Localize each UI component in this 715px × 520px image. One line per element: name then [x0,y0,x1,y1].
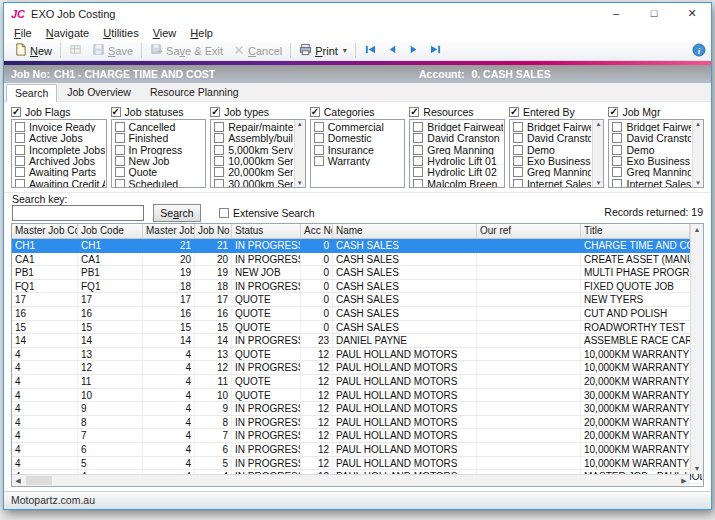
column-header-name[interactable]: Name [333,224,477,238]
scrollbar-thumb[interactable] [26,476,52,485]
item-checkbox[interactable] [115,156,125,166]
list-item[interactable]: Malcolm Breen [413,178,503,188]
scroll-down-icon[interactable]: ▼ [295,180,305,186]
item-checkbox[interactable] [15,145,25,155]
item-checkbox[interactable] [513,167,523,177]
list-item[interactable]: 10,000km Service [214,156,293,166]
item-checkbox[interactable] [513,145,523,155]
item-checkbox[interactable] [15,133,25,143]
minimize-button[interactable]: – [597,3,635,24]
list-item[interactable]: Greg Manning [612,167,691,177]
column-header-title[interactable]: Title [581,224,690,238]
item-checkbox[interactable] [15,156,25,166]
maximize-button[interactable]: □ [635,3,673,24]
item-checkbox[interactable] [612,133,622,143]
scroll-down-icon[interactable]: ▼ [693,180,703,186]
grid-horizontal-scrollbar[interactable]: ◀ ▶ [12,474,690,486]
list-item[interactable]: New Job [115,156,205,166]
list-item[interactable]: Internet Sales [513,178,592,188]
item-checkbox[interactable] [115,179,125,188]
close-button[interactable]: ✕ [673,3,711,24]
item-checkbox[interactable] [115,167,125,177]
table-row[interactable]: 4646IN PROGRESS12PAUL HOLLAND MOTORS10,0… [12,443,703,457]
scroll-down-icon[interactable]: ▼ [593,180,603,186]
list-item[interactable]: David Cranston [612,133,691,143]
filter-entered-by-list[interactable]: Bridget FairweatherDavid CranstonDemoExo… [509,119,605,188]
filter-categories-list[interactable]: CommercialDomesticInsuranceWarranty [310,119,406,188]
table-row[interactable]: 15151515QUOTE0CASH SALESROADWORTHY TEST [12,321,703,335]
filter-categories-checkbox[interactable] [310,107,320,117]
list-item[interactable]: Domestic [314,133,404,143]
item-checkbox[interactable] [314,145,324,155]
item-checkbox[interactable] [513,133,523,143]
table-row[interactable]: 411411QUOTE12PAUL HOLLAND MOTORS20,000KM… [12,375,703,389]
column-header-status[interactable]: Status [232,224,301,238]
filter-entered-by-checkbox[interactable] [509,107,519,117]
item-checkbox[interactable] [413,179,423,188]
list-item[interactable]: Greg Manning [513,167,592,177]
list-item[interactable]: Internet Sales [612,178,691,188]
table-row[interactable]: FQ1FQ11818IN PROGRESS0CASH SALESFIXED QU… [12,280,703,294]
list-item[interactable]: Exo Business Admin [612,156,691,166]
item-checkbox[interactable] [612,179,622,188]
column-header-master-job-no[interactable]: Master Job No [143,224,195,238]
list-item[interactable]: Bridget Fairweather [513,122,592,132]
list-item[interactable]: Cancelled [115,122,205,132]
item-checkbox[interactable] [115,145,125,155]
item-checkbox[interactable] [513,122,523,132]
filter-resources-list[interactable]: Bridget FairweatherDavid CranstonGreg Ma… [409,119,505,188]
tab-search[interactable]: Search [6,84,57,102]
table-row[interactable]: 413413QUOTE12PAUL HOLLAND MOTORS10,000KM… [12,348,703,362]
item-checkbox[interactable] [115,122,125,132]
column-header-acc-no[interactable]: Acc No [301,224,333,238]
list-item[interactable]: Awaiting Credit Approval [15,178,105,188]
list-item[interactable]: Awaiting Parts [15,167,105,177]
list-item[interactable]: Assembly/build [214,133,293,143]
filter-job-types-checkbox[interactable] [210,107,220,117]
filter-job-statuses-checkbox[interactable] [111,107,121,117]
table-row[interactable]: 16161616QUOTE0CASH SALESCUT AND POLISH [12,307,703,321]
list-item[interactable]: Bridget Fairweather [612,122,691,132]
scroll-left-icon[interactable]: ◀ [12,475,24,486]
item-checkbox[interactable] [214,133,224,143]
tab-resource-planning[interactable]: Resource Planning [141,83,248,101]
item-checkbox[interactable] [15,167,25,177]
scroll-up-icon[interactable]: ▲ [693,121,703,127]
column-header-job-code[interactable]: Job Code [78,224,143,238]
nav-next-button[interactable] [403,42,424,60]
item-checkbox[interactable] [15,179,25,188]
table-row[interactable]: CA1CA12020IN PROGRESS0CASH SALESCREATE A… [12,253,703,267]
list-item[interactable]: Invoice Ready [15,122,105,132]
table-row[interactable]: CH1CH12121IN PROGRESS0CASH SALESCHARGE T… [12,239,703,253]
scroll-up-icon[interactable]: ▲ [691,226,703,233]
item-checkbox[interactable] [314,122,324,132]
nav-prev-button[interactable] [382,42,403,60]
filter-resources-checkbox[interactable] [409,107,419,117]
filter-job-mgr-checkbox[interactable] [608,107,618,117]
item-checkbox[interactable] [513,156,523,166]
item-checkbox[interactable] [115,133,125,143]
list-item[interactable]: 5,000km Service [214,145,293,155]
search-button[interactable]: Search [153,204,201,222]
list-item[interactable]: Hydrolic Lift 01 [413,156,503,166]
table-row[interactable]: 17171717QUOTE0CASH SALESNEW TYERS [12,293,703,307]
table-row[interactable]: PB1PB11919NEW JOB0CASH SALESMULTI PHASE … [12,266,703,280]
filter-job-statuses-list[interactable]: CancelledFinishedIn ProgressNew JobQuote… [111,119,207,188]
list-item[interactable]: Greg Manning [413,145,503,155]
list-item[interactable]: In Progress [115,145,205,155]
menu-item-view[interactable]: View [146,27,184,39]
list-item[interactable]: Quote [115,167,205,177]
list-scrollbar[interactable]: ▲▼ [692,120,703,187]
list-item[interactable]: Finished [115,133,205,143]
item-checkbox[interactable] [214,179,224,188]
column-header-master-job-code[interactable]: Master Job Code [12,224,78,238]
list-item[interactable]: 30,000km Service [214,178,293,188]
filter-job-types-list[interactable]: Repair/maintenanceAssembly/build5,000km … [210,119,306,188]
scroll-right-icon[interactable]: ▶ [678,475,690,486]
extensive-search-checkbox[interactable] [219,208,229,218]
table-row[interactable]: 410410QUOTE12PAUL HOLLAND MOTORS30,000KM… [12,389,703,403]
item-checkbox[interactable] [413,145,423,155]
menu-item-file[interactable]: File [7,27,39,39]
list-item[interactable]: Hydrolic Lift 02 [413,167,503,177]
list-scrollbar[interactable]: ▲▼ [294,120,305,187]
